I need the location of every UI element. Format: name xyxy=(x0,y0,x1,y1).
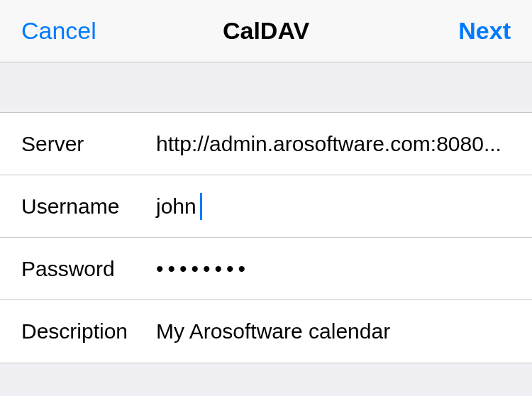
description-label: Description xyxy=(21,319,156,343)
username-row: Username john xyxy=(0,175,532,238)
password-label: Password xyxy=(21,257,156,281)
caldav-form: Server http://admin.arosoftware.com:8080… xyxy=(0,112,532,363)
server-row: Server http://admin.arosoftware.com:8080… xyxy=(0,113,532,175)
section-spacer xyxy=(0,62,532,112)
server-input[interactable]: http://admin.arosoftware.com:8080... xyxy=(156,132,511,156)
cancel-button[interactable]: Cancel xyxy=(21,17,96,45)
username-input[interactable]: john xyxy=(156,193,511,220)
page-title: CalDAV xyxy=(223,17,309,45)
server-label: Server xyxy=(21,132,156,156)
description-row: Description My Arosoftware calendar xyxy=(0,300,532,363)
text-cursor xyxy=(200,193,202,220)
nav-header: Cancel CalDAV Next xyxy=(0,0,532,62)
username-value: john xyxy=(156,194,196,219)
password-row: Password •••••••• xyxy=(0,238,532,300)
next-button[interactable]: Next xyxy=(458,17,511,45)
description-input[interactable]: My Arosoftware calendar xyxy=(156,319,511,343)
username-label: Username xyxy=(21,194,156,219)
password-input[interactable]: •••••••• xyxy=(156,258,250,280)
